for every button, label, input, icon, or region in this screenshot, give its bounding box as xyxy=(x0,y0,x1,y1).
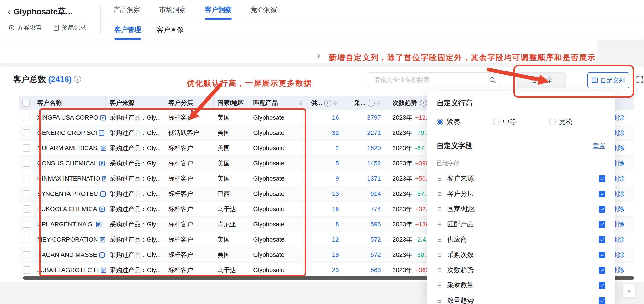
purchase-count-link[interactable]: 1452 xyxy=(367,160,381,167)
search-icon[interactable] xyxy=(489,76,496,83)
purchase-count-link[interactable]: 572 xyxy=(370,251,381,258)
field-checkbox[interactable] xyxy=(599,175,606,182)
drag-handle-icon[interactable] xyxy=(437,237,442,242)
supplier-count-link[interactable]: 32 xyxy=(332,129,339,136)
company-card-icon[interactable] xyxy=(101,145,106,151)
row-checkbox[interactable] xyxy=(23,114,30,121)
supplier-count-link[interactable]: 16 xyxy=(332,205,339,212)
supplier-count-link[interactable]: 13 xyxy=(332,190,339,197)
company-card-icon[interactable] xyxy=(99,130,105,136)
purchase-count-link[interactable]: 774 xyxy=(370,205,381,212)
nav-plan-settings[interactable]: 方案设置 xyxy=(8,23,42,32)
field-checkbox[interactable] xyxy=(599,297,606,304)
chevron-down-icon[interactable]: ∨ xyxy=(316,52,321,59)
purchase-count-link[interactable]: 596 xyxy=(370,220,381,228)
purchase-count-link[interactable]: 563 xyxy=(370,266,381,274)
supplier-count-link[interactable]: 23 xyxy=(332,266,339,274)
sort-icon[interactable] xyxy=(299,100,303,105)
subtab-customer-management[interactable]: 客户管理 xyxy=(114,20,141,40)
tab-customer-insight[interactable]: 客户洞察 xyxy=(205,0,232,20)
next-page-button[interactable]: › xyxy=(622,284,636,298)
back-icon[interactable]: ‹ xyxy=(8,7,11,16)
company-card-icon[interactable] xyxy=(100,160,105,166)
row-checkbox[interactable] xyxy=(23,205,30,212)
field-checkbox[interactable] xyxy=(599,282,606,289)
row-height-option[interactable]: 紧凑 xyxy=(437,118,493,126)
info-icon[interactable]: i xyxy=(420,99,427,106)
supplier-count-link[interactable]: 8 xyxy=(336,220,339,228)
row-checkbox[interactable] xyxy=(23,251,30,258)
row-checkbox[interactable] xyxy=(23,266,30,274)
field-checkbox[interactable] xyxy=(599,267,606,274)
row-height-option[interactable]: 宽松 xyxy=(549,118,606,126)
drag-handle-icon[interactable] xyxy=(437,282,442,288)
company-card-icon[interactable] xyxy=(99,252,105,258)
company-card-icon[interactable] xyxy=(96,221,101,227)
tab-product-insight[interactable]: 产品洞察 xyxy=(114,0,140,20)
sort-icon[interactable] xyxy=(376,100,380,105)
company-card-icon[interactable] xyxy=(99,206,105,212)
row-checkbox[interactable] xyxy=(23,236,30,243)
company-card-icon[interactable] xyxy=(101,267,106,273)
customer-name[interactable]: RAGAN AND MASSE xyxy=(37,251,97,258)
sort-icon[interactable] xyxy=(333,100,337,105)
info-icon[interactable]: i xyxy=(74,76,81,83)
subtab-customer-profile[interactable]: 客户画像 xyxy=(157,20,184,40)
info-icon[interactable]: i xyxy=(324,99,331,106)
supplier-count-link[interactable]: 12 xyxy=(332,236,339,243)
customer-name[interactable]: CINMAX INTERNATIO xyxy=(37,175,100,182)
customer-name[interactable]: SYNGENTA PROTEC xyxy=(37,190,98,197)
purchase-count-link[interactable]: 914 xyxy=(370,190,381,197)
tab-market-insight[interactable]: 市场洞察 xyxy=(159,0,186,20)
company-card-icon[interactable] xyxy=(102,176,106,181)
supplier-count-link[interactable]: 9 xyxy=(336,175,339,182)
customer-name[interactable]: NUFARM AMERICAS, xyxy=(37,144,99,152)
company-card-icon[interactable] xyxy=(100,191,106,196)
row-checkbox[interactable] xyxy=(23,144,30,152)
drag-handle-icon[interactable] xyxy=(437,206,442,212)
drag-handle-icon[interactable] xyxy=(437,252,442,258)
field-checkbox[interactable] xyxy=(599,190,606,197)
customer-name[interactable]: BUKOOLA CHEMICA xyxy=(37,205,97,212)
drag-handle-icon[interactable] xyxy=(437,267,442,273)
drag-handle-icon[interactable] xyxy=(437,176,442,182)
drag-handle-icon[interactable] xyxy=(437,298,442,304)
field-checkbox[interactable] xyxy=(599,221,606,228)
customize-columns-button[interactable]: 自定义列 xyxy=(587,72,629,88)
select-all-checkbox[interactable] xyxy=(22,99,30,106)
purchase-count-link[interactable]: 3797 xyxy=(367,114,381,121)
purchase-count-link[interactable]: 1371 xyxy=(367,175,381,182)
row-checkbox[interactable] xyxy=(23,175,30,182)
info-icon[interactable]: i xyxy=(368,99,375,106)
customer-name[interactable]: MEY CORPORATION xyxy=(37,236,98,243)
company-card-icon[interactable] xyxy=(100,114,106,120)
row-checkbox[interactable] xyxy=(23,129,30,136)
reset-link[interactable]: 重置 xyxy=(593,142,606,150)
nav-trade-records[interactable]: 贸易记录 xyxy=(54,23,86,32)
supplier-count-link[interactable]: 18 xyxy=(332,251,339,258)
radio-icon[interactable] xyxy=(437,119,443,125)
row-checkbox[interactable] xyxy=(23,160,30,167)
supplier-count-link[interactable]: 16 xyxy=(332,114,339,121)
row-checkbox[interactable] xyxy=(23,220,30,228)
supplier-count-link[interactable]: 2 xyxy=(336,144,339,152)
radio-icon[interactable] xyxy=(549,119,556,125)
company-card-icon[interactable] xyxy=(100,236,106,242)
field-checkbox[interactable] xyxy=(599,236,606,243)
search-input[interactable] xyxy=(373,76,489,84)
purchase-count-link[interactable]: 1820 xyxy=(367,144,381,152)
supplier-count-link[interactable]: 5 xyxy=(336,160,339,167)
tab-competitor-insight[interactable]: 竞企洞察 xyxy=(251,0,278,20)
customer-name[interactable]: CONSUS CHEMICAL xyxy=(37,160,98,167)
purchase-count-link[interactable]: 572 xyxy=(370,236,381,243)
field-checkbox[interactable] xyxy=(599,252,606,258)
field-checkbox[interactable] xyxy=(599,206,606,212)
drag-handle-icon[interactable] xyxy=(437,222,442,227)
radio-icon[interactable] xyxy=(493,119,500,125)
fullscreen-icon[interactable] xyxy=(636,76,644,84)
drag-handle-icon[interactable] xyxy=(437,191,442,197)
purchase-count-link[interactable]: 2271 xyxy=(367,129,381,136)
row-height-option[interactable]: 中等 xyxy=(493,118,549,126)
customer-name[interactable]: UPL ARGENTINA S. xyxy=(37,220,94,228)
batch-delete-button[interactable]: 删除 xyxy=(517,72,566,88)
